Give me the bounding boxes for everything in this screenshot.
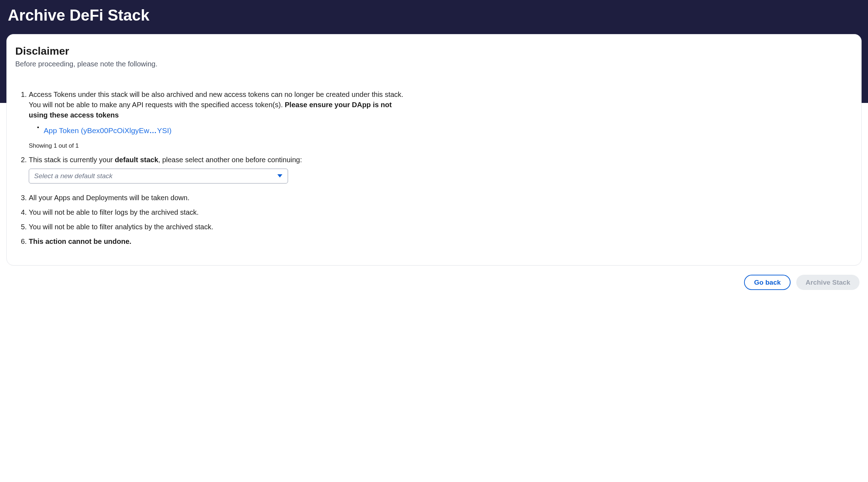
disclaimer-item-1: Access Tokens under this stack will be a… [29,89,406,150]
token-label-suffix: YSI) [157,126,172,135]
disclaimer-heading: Disclaimer [15,45,853,57]
archive-stack-button[interactable]: Archive Stack [796,275,859,290]
disclaimer-item-6: This action cannot be undone. [29,236,406,247]
disclaimer-list: Access Tokens under this stack will be a… [15,89,406,247]
disclaimer-item-3: All your Apps and Deployments will be ta… [29,193,406,203]
disclaimer-item-2-bold: default stack [115,156,158,164]
disclaimer-subheading: Before proceeding, please note the follo… [15,60,853,68]
disclaimer-item-2-text-a: This stack is currently your [29,156,115,164]
default-stack-select-placeholder: Select a new default stack [34,171,113,181]
app-token-link[interactable]: App Token (yBex00PcOiXlgyEw…YSI) [44,126,172,135]
default-stack-select-wrap: Select a new default stack [29,169,288,184]
disclaimer-item-4: You will not be able to filter logs by t… [29,207,406,218]
action-bar: Go back Archive Stack [6,275,862,290]
token-label-ellipsis: … [149,126,157,135]
token-list: App Token (yBex00PcOiXlgyEw…YSI) [29,125,406,136]
page-container: Archive DeFi Stack Disclaimer Before pro… [0,0,868,301]
token-list-item: App Token (yBex00PcOiXlgyEw…YSI) [37,125,406,136]
go-back-button[interactable]: Go back [744,275,791,290]
token-showing-count: Showing 1 out of 1 [29,142,406,150]
page-title: Archive DeFi Stack [6,0,862,34]
default-stack-select[interactable]: Select a new default stack [29,169,288,184]
disclaimer-item-6-bold: This action cannot be undone. [29,237,131,245]
disclaimer-item-5: You will not be able to filter analytics… [29,222,406,232]
token-label-prefix: App Token (yBex00PcOiXlgyEw [44,126,149,135]
disclaimer-card: Disclaimer Before proceeding, please not… [6,34,862,265]
disclaimer-item-2-text-b: , please select another one before conti… [158,156,302,164]
disclaimer-item-2: This stack is currently your default sta… [29,155,406,184]
